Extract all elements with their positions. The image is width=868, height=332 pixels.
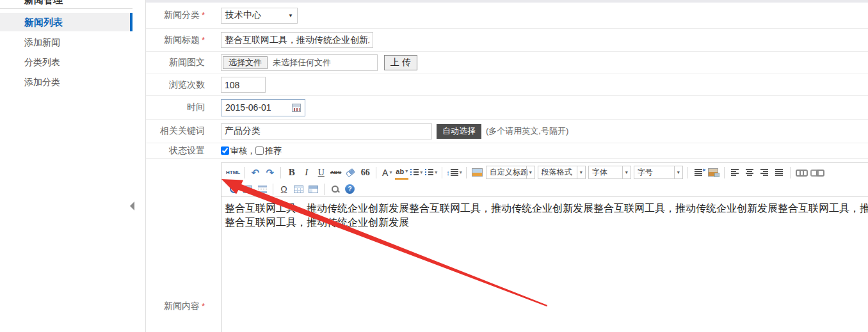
dropdown-caret-icon: ▾: [526, 166, 534, 178]
undo-icon[interactable]: ↶: [248, 166, 262, 180]
required-asterisk: *: [202, 10, 205, 20]
bold-icon[interactable]: B: [285, 166, 298, 180]
font-size-dropdown[interactable]: 字号▾: [634, 166, 683, 179]
underline-icon[interactable]: U: [314, 166, 328, 180]
choose-file-button[interactable]: 选择文件: [223, 56, 268, 69]
category-select[interactable]: 技术中心 ▼: [221, 8, 298, 24]
sidebar-item-category-list[interactable]: 分类列表: [0, 53, 133, 72]
anchor-icon[interactable]: [226, 182, 239, 196]
time-label: 时间: [187, 102, 205, 112]
status-label: 状态设置: [169, 145, 205, 155]
audit-checkbox-label: 审核: [230, 145, 247, 157]
row-title: 新闻标题*: [146, 29, 868, 52]
remove-format-icon[interactable]: [344, 166, 357, 180]
redo-icon[interactable]: ↷: [263, 166, 277, 180]
sidebar-item-add-news[interactable]: 添加新闻: [0, 33, 133, 52]
views-input[interactable]: [221, 77, 266, 93]
views-label: 浏览次数: [169, 79, 205, 90]
sidebar-item-label: 添加新闻: [24, 37, 60, 47]
italic-icon[interactable]: I: [300, 166, 313, 180]
recommend-checkbox[interactable]: [255, 146, 264, 155]
align-center-icon[interactable]: [743, 166, 757, 180]
title-input[interactable]: [221, 32, 373, 48]
sidebar: 新闻管理 新闻列表 添加新闻 分类列表 添加分类: [0, 0, 133, 332]
file-input[interactable]: 选择文件 未选择任何文件: [221, 54, 378, 71]
image-label: 新闻图文: [169, 57, 205, 67]
html-source-button[interactable]: HTML: [226, 166, 240, 180]
news-form: 新闻分类* 技术中心 ▼ 新闻标题* 新闻图文 选择文件 未选择任何文件 上 传…: [146, 0, 868, 332]
editor-toolbar-row1: HTML ↶ ↷ B I U ABC 66 A▾ ab▾ ▾ ▾ ↕▾: [221, 163, 868, 182]
indent-icon[interactable]: [692, 166, 705, 180]
dropdown-caret-icon: ▾: [674, 166, 682, 178]
paragraph-format-dropdown[interactable]: 段落格式▾: [538, 166, 586, 179]
content-line: 整合互联网工具，推动传统企业创新发展整合互联网工具，推动传统企业创新发展整合互联…: [225, 202, 868, 216]
editor-content-area[interactable]: 整合互联网工具，推动传统企业创新发展整合互联网工具，推动传统企业创新发展整合互联…: [221, 197, 868, 230]
audit-checkbox[interactable]: [221, 146, 229, 155]
special-char-icon[interactable]: Ω: [277, 182, 291, 196]
search-replace-icon[interactable]: [328, 182, 342, 196]
unlink-icon[interactable]: [809, 166, 823, 180]
font-color-icon[interactable]: A▾: [380, 166, 394, 180]
category-selected-value: 技术中心: [225, 10, 261, 21]
calendar-icon[interactable]: [292, 104, 301, 112]
required-asterisk: *: [202, 301, 205, 311]
ordered-list-icon[interactable]: ▾: [410, 166, 423, 180]
sidebar-item-news-list[interactable]: 新闻列表: [0, 13, 133, 31]
dropdown-caret-icon: ▾: [577, 166, 585, 178]
row-image: 新闻图文 选择文件 未选择任何文件 上 传: [146, 52, 868, 74]
template-icon[interactable]: [307, 182, 320, 196]
select-caret-icon: ▼: [288, 13, 293, 19]
content-label: 新闻内容: [164, 301, 200, 311]
recommend-checkbox-label: 推荐: [265, 145, 282, 157]
keywords-label: 相关关键词: [160, 125, 205, 136]
row-keywords: 相关关键词 自动选择 (多个请用英文,号隔开): [146, 120, 868, 143]
unordered-list-icon[interactable]: ▾: [424, 166, 438, 180]
align-right-icon[interactable]: [758, 166, 771, 180]
sidebar-item-label: 添加分类: [24, 77, 60, 87]
date-input[interactable]: 2015-06-01: [221, 99, 305, 116]
sidebar-divider: [0, 8, 133, 9]
row-category: 新闻分类* 技术中心 ▼: [146, 3, 868, 29]
row-time: 时间 2015-06-01: [146, 96, 868, 120]
title-label: 新闻标题: [164, 35, 200, 45]
row-content: 新闻内容* HTML ↶ ↷ B I U ABC 66 A▾ ab▾ ▾ ▾: [146, 159, 868, 332]
sidebar-item-add-category[interactable]: 添加分类: [0, 73, 133, 91]
insert-map-icon[interactable]: [241, 182, 254, 196]
font-family-dropdown[interactable]: 字体▾: [588, 166, 631, 179]
blockquote-icon[interactable]: 66: [358, 166, 372, 180]
sidebar-collapse-icon[interactable]: [130, 202, 134, 210]
required-asterisk: *: [202, 35, 205, 45]
align-left-icon[interactable]: [728, 166, 742, 180]
link-icon[interactable]: [794, 166, 808, 180]
highlight-color-icon[interactable]: ab▾: [395, 166, 408, 180]
rich-text-editor: HTML ↶ ↷ B I U ABC 66 A▾ ab▾ ▾ ▾ ↕▾: [221, 162, 868, 332]
selected-indicator-bar: [130, 13, 133, 31]
row-status: 状态设置 审核 ， 推荐: [146, 143, 868, 159]
insert-table-icon[interactable]: [292, 182, 305, 196]
sidebar-header: 新闻管理: [24, 0, 63, 6]
custom-title-dropdown[interactable]: 自定义标题▾: [486, 166, 535, 179]
category-label: 新闻分类: [164, 10, 200, 20]
align-justify-icon[interactable]: [773, 166, 786, 180]
keywords-hint: (多个请用英文,号隔开): [486, 125, 568, 137]
strikethrough-icon[interactable]: ABC: [329, 166, 342, 180]
content-line: 整合互联网工具，推动传统企业创新发展: [225, 216, 868, 230]
sidebar-item-label: 新闻列表: [24, 17, 63, 28]
status-separator: ，: [247, 145, 255, 157]
auto-select-button[interactable]: 自动选择: [437, 124, 481, 139]
page-break-icon[interactable]: [255, 182, 269, 196]
row-views: 浏览次数: [146, 74, 868, 96]
dropdown-caret-icon: ▾: [622, 166, 631, 178]
sidebar-item-label: 分类列表: [24, 57, 60, 67]
upload-button[interactable]: 上 传: [384, 55, 417, 70]
no-file-text: 未选择任何文件: [273, 57, 331, 68]
editor-toolbar-row2: Ω ?: [221, 182, 868, 197]
line-height-icon[interactable]: ↕▾: [446, 166, 462, 180]
date-value: 2015-06-01: [225, 102, 271, 113]
screenshot-icon[interactable]: [707, 166, 720, 180]
insert-image-icon[interactable]: [470, 166, 484, 180]
help-icon[interactable]: ?: [343, 182, 357, 196]
keywords-input[interactable]: [221, 123, 432, 139]
